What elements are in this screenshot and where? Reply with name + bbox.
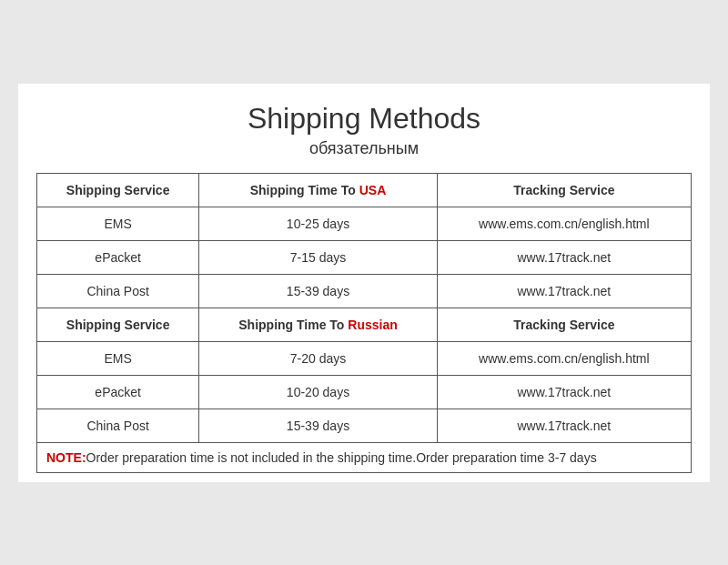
table-row: EMS 7-20 days www.ems.com.cn/english.htm…: [37, 341, 692, 375]
note-cell: NOTE:Order preparation time is not inclu…: [37, 442, 692, 472]
section1-col2-prefix: Shipping Time To: [250, 183, 359, 197]
s2-r3-service: China Post: [37, 409, 199, 442]
section1-col3-header: Tracking Service: [437, 173, 691, 207]
table-row: China Post 15-39 days www.17track.net: [37, 409, 692, 442]
table-row: ePacket 10-20 days www.17track.net: [37, 375, 692, 409]
s1-r1-time: 10-25 days: [199, 207, 437, 240]
note-text: Order preparation time is not included i…: [86, 450, 597, 465]
s1-r1-service: EMS: [37, 207, 199, 240]
s2-r1-time: 7-20 days: [199, 341, 437, 375]
s2-r2-service: ePacket: [37, 375, 199, 409]
s2-r3-tracking: www.17track.net: [437, 409, 691, 442]
main-container: Shipping Methods обязательным Shipping S…: [18, 84, 710, 482]
page-subtitle: обязательным: [36, 139, 692, 158]
section2-header-row: Shipping Service Shipping Time To Russia…: [37, 308, 692, 341]
table-row: China Post 15-39 days www.17track.net: [37, 274, 692, 308]
title-section: Shipping Methods обязательным: [36, 102, 692, 158]
section1-col2-header: Shipping Time To USA: [199, 173, 437, 207]
s2-r1-service: EMS: [37, 341, 199, 375]
note-row: NOTE:Order preparation time is not inclu…: [37, 442, 692, 472]
s1-r3-time: 15-39 days: [199, 274, 437, 308]
table-row: ePacket 7-15 days www.17track.net: [37, 240, 692, 274]
s1-r2-service: ePacket: [37, 240, 199, 274]
section2-col1-header: Shipping Service: [37, 308, 199, 341]
section1-col2-accent: USA: [359, 183, 387, 197]
section1-col1-header: Shipping Service: [37, 173, 199, 207]
section2-col3-header: Tracking Service: [437, 308, 691, 341]
section2-col2-prefix: Shipping Time To: [238, 318, 348, 332]
s1-r2-tracking: www.17track.net: [437, 240, 691, 274]
s1-r1-tracking: www.ems.com.cn/english.html: [437, 207, 691, 240]
s1-r3-service: China Post: [37, 274, 199, 308]
section1-header-row: Shipping Service Shipping Time To USA Tr…: [37, 173, 692, 207]
page-title: Shipping Methods: [36, 102, 692, 136]
shipping-table: Shipping Service Shipping Time To USA Tr…: [36, 173, 692, 473]
s2-r2-tracking: www.17track.net: [437, 375, 691, 409]
section2-col2-accent: Russian: [348, 318, 397, 332]
s1-r3-tracking: www.17track.net: [437, 274, 691, 308]
section2-col2-header: Shipping Time To Russian: [199, 308, 437, 341]
s2-r2-time: 10-20 days: [199, 375, 437, 409]
note-label: NOTE:: [46, 450, 86, 465]
table-row: EMS 10-25 days www.ems.com.cn/english.ht…: [37, 207, 692, 240]
s1-r2-time: 7-15 days: [199, 240, 437, 274]
s2-r3-time: 15-39 days: [199, 409, 437, 442]
s2-r1-tracking: www.ems.com.cn/english.html: [437, 341, 691, 375]
